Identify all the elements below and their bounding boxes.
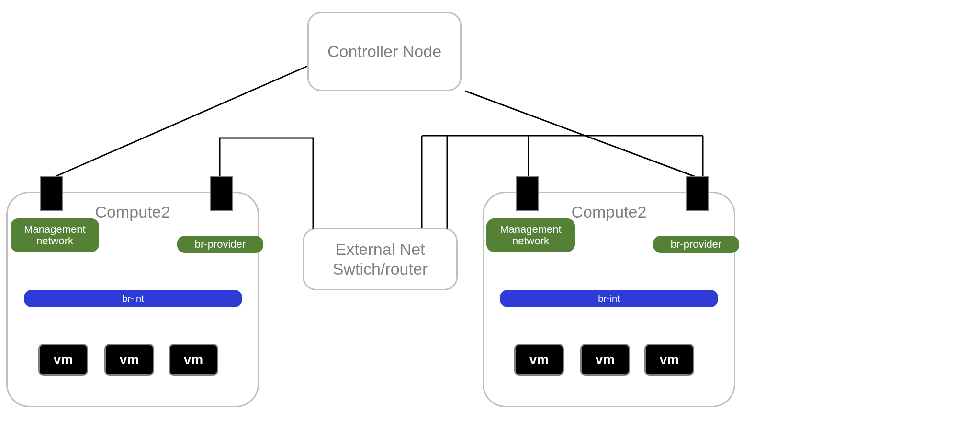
- controller-node: Controller Node: [307, 12, 462, 91]
- vm-right-2: vm: [580, 344, 630, 376]
- br-int-right: br-int: [500, 290, 718, 307]
- external-net-switch: External Net Swtich/router: [303, 228, 458, 290]
- compute-right-port-mgmt: [516, 176, 539, 211]
- diagram: Controller Node External Net Swtich/rout…: [0, 0, 980, 436]
- br-int-left: br-int: [24, 290, 242, 307]
- vm-left-3: vm: [169, 344, 218, 376]
- vm-right-1: vm: [514, 344, 564, 376]
- compute-left-port-mgmt: [40, 176, 63, 211]
- vm-right-3: vm: [644, 344, 694, 376]
- compute-right-port-provider: [686, 176, 709, 211]
- vm-left-1: vm: [38, 344, 88, 376]
- external-label: External Net Swtich/router: [333, 240, 428, 279]
- vm-left-2: vm: [104, 344, 154, 376]
- mgmt-network-right: Management network: [486, 218, 575, 252]
- mgmt-network-left: Management network: [11, 218, 99, 252]
- compute-left-port-provider: [210, 176, 233, 211]
- svg-line-1: [465, 91, 703, 180]
- svg-line-0: [50, 63, 314, 179]
- br-provider-left: br-provider: [177, 236, 263, 253]
- controller-label: Controller Node: [327, 42, 441, 61]
- br-provider-right: br-provider: [653, 236, 739, 253]
